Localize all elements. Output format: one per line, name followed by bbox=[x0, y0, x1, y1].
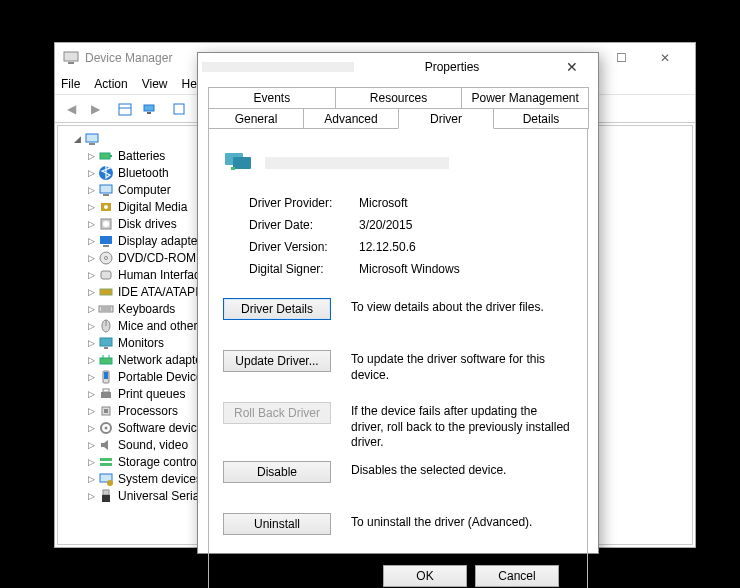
device-name-redacted-large bbox=[265, 157, 449, 169]
date-label: Driver Date: bbox=[249, 218, 349, 232]
tree-node-label: Keyboards bbox=[118, 302, 175, 316]
tab-power-management[interactable]: Power Management bbox=[461, 87, 589, 108]
tree-node-label: Sound, video bbox=[118, 438, 188, 452]
ok-button[interactable]: OK bbox=[383, 565, 467, 587]
svg-rect-9 bbox=[100, 153, 110, 159]
tree-node-label: Bluetooth bbox=[118, 166, 169, 180]
portable-icon bbox=[98, 369, 114, 385]
svg-rect-30 bbox=[104, 347, 108, 349]
forward-button[interactable]: ▶ bbox=[83, 97, 107, 121]
printer-icon bbox=[98, 386, 114, 402]
disable-button[interactable]: Disable bbox=[223, 461, 331, 483]
storage-icon bbox=[98, 454, 114, 470]
uninstall-desc: To uninstall the driver (Advanced). bbox=[351, 513, 573, 531]
system-icon bbox=[98, 471, 114, 487]
driver-info: Driver Provider: Microsoft Driver Date: … bbox=[249, 196, 573, 276]
bluetooth-icon bbox=[98, 165, 114, 181]
update-driver-button[interactable]: Update Driver... bbox=[223, 350, 331, 372]
date-value: 3/20/2015 bbox=[359, 218, 573, 232]
toolbar-btn-3[interactable] bbox=[167, 97, 191, 121]
svg-rect-31 bbox=[100, 358, 112, 364]
driver-tab-panel: Driver Provider: Microsoft Driver Date: … bbox=[208, 128, 588, 588]
tree-node-label: Print queues bbox=[118, 387, 185, 401]
tree-node-label: Software devices bbox=[118, 421, 209, 435]
properties-dialog: Properties ✕ Events Resources Power Mana… bbox=[197, 52, 599, 554]
svg-point-17 bbox=[103, 221, 109, 227]
tabstrip: Events Resources Power Management Genera… bbox=[208, 87, 588, 129]
mouse-icon bbox=[98, 318, 114, 334]
signer-label: Digital Signer: bbox=[249, 262, 349, 276]
version-label: Driver Version: bbox=[249, 240, 349, 254]
uninstall-button[interactable]: Uninstall bbox=[223, 513, 331, 535]
svg-rect-13 bbox=[103, 194, 109, 196]
svg-rect-50 bbox=[231, 167, 235, 170]
svg-rect-47 bbox=[102, 495, 110, 502]
menu-file[interactable]: File bbox=[61, 77, 80, 91]
svg-rect-36 bbox=[101, 392, 111, 398]
tree-node-label: IDE ATA/ATAPI bbox=[118, 285, 198, 299]
menu-view[interactable]: View bbox=[142, 77, 168, 91]
svg-rect-6 bbox=[174, 104, 184, 114]
toolbar-btn-2[interactable] bbox=[137, 97, 161, 121]
menu-action[interactable]: Action bbox=[94, 77, 127, 91]
tree-node-label: Mice and other bbox=[118, 319, 197, 333]
media-icon bbox=[98, 199, 114, 215]
tab-driver[interactable]: Driver bbox=[398, 108, 494, 129]
keyboard-icon bbox=[98, 301, 114, 317]
driver-details-desc: To view details about the driver files. bbox=[351, 298, 573, 316]
cancel-button[interactable]: Cancel bbox=[475, 565, 559, 587]
maximize-button[interactable]: ☐ bbox=[599, 44, 643, 72]
battery-icon bbox=[98, 148, 114, 164]
svg-point-41 bbox=[105, 426, 108, 429]
tab-general[interactable]: General bbox=[208, 108, 304, 129]
tree-node-label: Monitors bbox=[118, 336, 164, 350]
svg-rect-5 bbox=[147, 112, 151, 114]
toolbar-btn-1[interactable] bbox=[113, 97, 137, 121]
svg-rect-43 bbox=[100, 463, 112, 466]
svg-rect-4 bbox=[144, 105, 154, 111]
network-icon bbox=[98, 352, 114, 368]
usb-icon bbox=[98, 488, 114, 504]
disk-icon bbox=[98, 216, 114, 232]
tab-events[interactable]: Events bbox=[208, 87, 336, 108]
tab-advanced[interactable]: Advanced bbox=[303, 108, 399, 129]
ide-icon bbox=[98, 284, 114, 300]
software-icon bbox=[98, 420, 114, 436]
svg-rect-24 bbox=[99, 306, 113, 312]
tree-node-label: Portable Devices bbox=[118, 370, 209, 384]
back-button[interactable]: ◀ bbox=[59, 97, 83, 121]
parent-title: Device Manager bbox=[85, 51, 172, 65]
tree-node-label: Universal Serial bbox=[118, 489, 202, 503]
svg-rect-7 bbox=[86, 134, 98, 142]
svg-point-15 bbox=[104, 205, 108, 209]
provider-value: Microsoft bbox=[359, 196, 573, 210]
tree-node-label: Human Interface bbox=[118, 268, 207, 282]
svg-rect-1 bbox=[68, 62, 74, 64]
svg-rect-37 bbox=[103, 389, 109, 392]
provider-label: Driver Provider: bbox=[249, 196, 349, 210]
device-manager-icon bbox=[63, 49, 79, 68]
svg-rect-29 bbox=[100, 338, 112, 346]
tree-node-label: Batteries bbox=[118, 149, 165, 163]
dialog-close-button[interactable]: ✕ bbox=[550, 53, 594, 81]
svg-rect-18 bbox=[100, 236, 112, 244]
svg-rect-35 bbox=[104, 372, 108, 379]
svg-rect-23 bbox=[100, 289, 112, 295]
sound-icon bbox=[98, 437, 114, 453]
dialog-titlebar[interactable]: Properties ✕ bbox=[198, 53, 598, 81]
svg-rect-42 bbox=[100, 458, 112, 461]
svg-rect-2 bbox=[119, 104, 131, 115]
tree-node-label: Display adapters bbox=[118, 234, 207, 248]
tree-node-label: System devices bbox=[118, 472, 202, 486]
tab-resources[interactable]: Resources bbox=[335, 87, 463, 108]
tab-details[interactable]: Details bbox=[493, 108, 589, 129]
svg-rect-10 bbox=[110, 155, 112, 157]
device-name-redacted bbox=[202, 62, 354, 72]
driver-details-button[interactable]: Driver Details bbox=[223, 298, 331, 320]
svg-point-21 bbox=[105, 256, 108, 259]
computer-icon bbox=[98, 182, 114, 198]
roll-back-driver-button: Roll Back Driver bbox=[223, 402, 331, 424]
close-button[interactable]: ✕ bbox=[643, 44, 687, 72]
svg-rect-19 bbox=[103, 245, 109, 247]
device-icon bbox=[223, 145, 255, 180]
